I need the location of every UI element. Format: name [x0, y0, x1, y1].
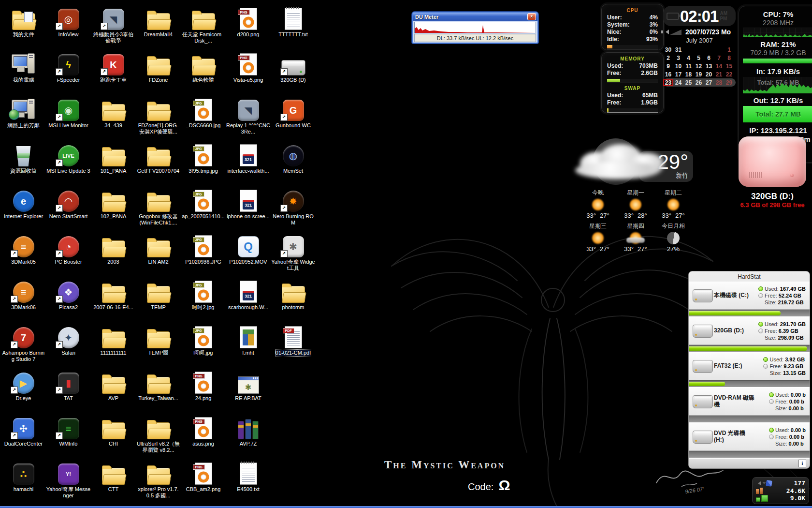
desktop-icon[interactable]: CHI [91, 412, 136, 458]
calendar-day[interactable]: 1 [724, 46, 734, 53]
desktop-icon[interactable]: 2003 [91, 230, 136, 276]
calendar-day[interactable]: 14 [714, 63, 724, 70]
desktop-icon[interactable]: LIVE↗MSI Live Update 3 [46, 139, 91, 185]
weather-widget[interactable]: 29° 新竹 今晚33°27°星期一33°28°星期二33°27°星期三33°2… [579, 139, 693, 244]
du-meter-window[interactable]: DU Meter x DL: 33.7 kB/sec UL: 12.2 kB/s… [412, 12, 538, 44]
desktop-icon[interactable]: FDZone[1].ORG-安裝XP後硬碟... [136, 94, 181, 139]
desktop-icon[interactable]: Y!Yahoo!奇摩 Messenger [46, 458, 91, 503]
calendar-day[interactable]: 16 [663, 71, 673, 78]
taskbar-edge[interactable] [0, 506, 812, 508]
hardstat-widget[interactable]: HardStat 本機磁碟 (C:)Used: 167.49 GBFree: 5… [688, 271, 810, 469]
calendar-day[interactable]: 20 [704, 71, 714, 78]
info-icon[interactable]: i [798, 460, 806, 467]
memory-widget[interactable]: MEMORY Used:703MBFree:2.6GB SWAP Used:65… [601, 52, 664, 113]
desktop-icon[interactable]: AVP.7Z [226, 412, 271, 458]
desktop-icon[interactable]: K↗跑跑卡丁車 [91, 48, 136, 94]
volume-wedge-icon[interactable] [670, 30, 682, 35]
desktop-icon[interactable]: JPGP1020936.JPG [181, 230, 226, 276]
speaker-icon[interactable] [756, 481, 761, 485]
calendar-day[interactable]: 22 [724, 71, 734, 78]
desktop-icon[interactable]: ◔↗PC Booster [46, 230, 91, 276]
desktop-icon[interactable]: G↗Gunbound WC [271, 94, 316, 139]
desktop-icon[interactable]: LIN AM2 [136, 230, 181, 276]
desktop-icon[interactable]: ✸↗Nero Burning ROM [271, 185, 316, 230]
desktop-icon[interactable]: TEMP圖 [136, 321, 181, 367]
desktop-icon[interactable]: ∴hamachi [1, 458, 46, 503]
desktop-icon[interactable]: 綠色軟體 [181, 48, 226, 94]
desktop-icon[interactable]: E4500.txt [226, 458, 271, 503]
calendar-day[interactable]: 15 [724, 63, 734, 70]
calendar-day[interactable]: 21 [714, 71, 724, 78]
desktop-icon[interactable]: JPG3f95.tmp.jpg [181, 139, 226, 185]
calendar-day[interactable]: 27 [704, 79, 714, 86]
desktop-icon[interactable]: CTT [91, 458, 136, 503]
desktop-icon[interactable]: 網路上的芳鄰 [1, 94, 46, 139]
calendar-day[interactable]: 23 [663, 79, 673, 86]
desktop-icon[interactable]: GetFFV20070704 [136, 139, 181, 185]
calendar-day[interactable]: 4 [683, 55, 694, 61]
desktop-icon[interactable]: 1111111111 [91, 321, 136, 367]
desktop-icon[interactable]: JPG_DSC6660.jpg [181, 94, 226, 139]
calendar-day[interactable]: 30 [663, 46, 673, 53]
desktop-icon[interactable]: ✣↗DualCoreCenter [1, 412, 46, 458]
desktop-icon[interactable]: ✱↗Yahoo!奇摩 Widget工具 [271, 230, 316, 276]
desktop-icon[interactable]: ✱RE AP.BAT [226, 367, 271, 412]
calendar-day[interactable]: 13 [704, 63, 714, 70]
desktop-icon[interactable]: UltraSurf v8.2（無界瀏覽 v8.2... [136, 412, 181, 458]
desktop-icon[interactable]: ≡↗WMInfo [46, 412, 91, 458]
desktop-icon[interactable]: f.mht [226, 321, 271, 367]
calendar-day[interactable]: 31 [673, 46, 683, 53]
calendar-day[interactable]: 8 [724, 55, 734, 61]
calendar-day[interactable]: 18 [683, 71, 694, 78]
desktop-icon[interactable]: ↗320GB (D) [271, 48, 316, 94]
desktop-icon[interactable]: FDZone [136, 48, 181, 94]
desktop-icon[interactable]: 102_PANA [91, 185, 136, 230]
desktop-icon[interactable]: TTTTTTT.txt [271, 3, 316, 48]
cpu-widget[interactable]: CPU User:4%System:3%Nice:0%Idle:93% [601, 4, 664, 50]
calendar-day[interactable]: 29 [724, 79, 734, 86]
desktop-icon[interactable]: QP1020952.MOV [226, 230, 271, 276]
desktop-icon[interactable]: 7↗Ashampoo Burning Studio 7 [1, 321, 46, 367]
desktop-icon[interactable]: ◠↗Nero StartSmart [46, 185, 91, 230]
tray-stats-widget[interactable]: 17724.6K9.0K [752, 477, 809, 504]
speaker-icon[interactable] [663, 30, 669, 34]
desktop-icon[interactable]: ◉↗MSI Live Monitor [46, 94, 91, 139]
desktop-icon[interactable]: ◍MemSet [271, 139, 316, 185]
desktop-icon[interactable]: xplorer² Pro v1.7.0.5 多國... [136, 458, 181, 503]
desktop-icon[interactable]: 我的電腦 [1, 48, 46, 94]
desktop-icon[interactable]: ❖↗Picasa2 [46, 276, 91, 321]
desktop-icon[interactable]: 任天堂 Famicom_Disk_... [181, 3, 226, 48]
desktop-icon[interactable]: PNGasus.png [181, 412, 226, 458]
calendar-day[interactable]: 9 [663, 63, 673, 70]
desktop-icon[interactable]: Gogobox 修改器 (WinFileChk1.... [136, 185, 181, 230]
calendar-day[interactable]: 10 [673, 63, 683, 70]
calendar-day[interactable]: 6 [704, 55, 714, 61]
calendar-day[interactable]: 17 [673, 71, 683, 78]
desktop-icon[interactable]: PNGd200.png [226, 3, 271, 48]
desktop-icon[interactable]: ▶↗Dr.eye [1, 367, 46, 412]
desktop-icon[interactable]: photomm [271, 276, 316, 321]
calendar-day[interactable]: 3 [673, 55, 683, 61]
desktop-icon[interactable]: ϟ↗i-Speeder [46, 48, 91, 94]
desktop-icon[interactable]: 2007-06-16-E4... [91, 276, 136, 321]
desktop-icon[interactable]: ✦↗Safari [46, 321, 91, 367]
desktop-icon[interactable]: 321interface-walkth... [226, 139, 271, 185]
desktop-icon[interactable]: DreamMail4 [136, 3, 181, 48]
desktop-icon[interactable]: JPG呵呵2.jpg [181, 276, 226, 321]
clock-widget[interactable]: 02:01 AM PM 2007/07/23 Mo July 2007 3031… [663, 6, 736, 87]
desktop-icon[interactable]: ≡↗3DMark05 [1, 230, 46, 276]
desktop-icon[interactable]: ◥Replay 1 ^^^^CNC3Re... [226, 94, 271, 139]
desktop-icon[interactable]: 我的文件 [1, 3, 46, 48]
desktop-icon[interactable]: AVP [91, 367, 136, 412]
desktop-icon[interactable]: 資源回收筒 [1, 139, 46, 185]
calendar-day[interactable]: 24 [673, 79, 683, 86]
desktop-icon[interactable]: TEMP [136, 276, 181, 321]
desktop-icon[interactable]: PNG24.png [181, 367, 226, 412]
calendar-day[interactable]: 26 [694, 79, 704, 86]
calendar-day[interactable]: 5 [694, 55, 704, 61]
calendar-day[interactable]: 7 [714, 55, 724, 61]
calendar-day[interactable]: 19 [694, 71, 704, 78]
du-meter-titlebar[interactable]: DU Meter x [413, 13, 537, 21]
desktop-icon[interactable]: 34_439 [91, 94, 136, 139]
desktop-icon[interactable]: JPGap_2007051410... [181, 185, 226, 230]
